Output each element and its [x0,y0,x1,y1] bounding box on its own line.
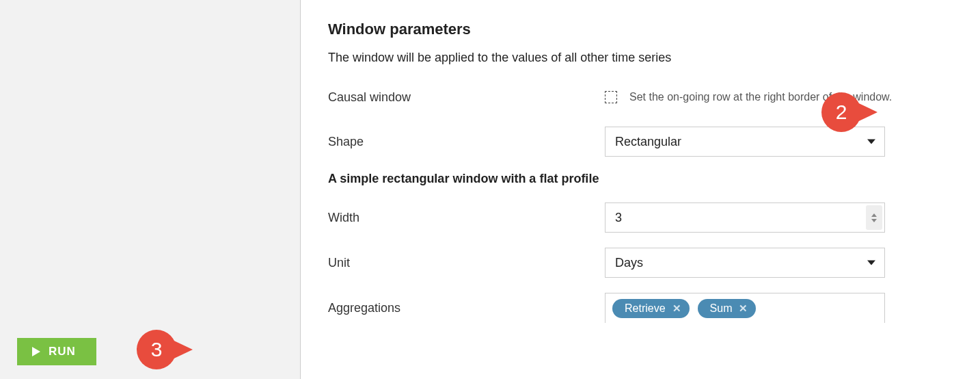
unit-row: Unit Days [328,248,953,278]
unit-select[interactable]: Days [605,248,885,278]
play-icon [32,347,40,356]
section-description: The window will be applied to the values… [328,51,953,65]
aggregation-tag-retrieve: Retrieve ✕ [612,299,690,318]
unit-value: Days [615,256,643,270]
shape-select[interactable]: Rectangular [605,127,885,157]
aggregations-input[interactable]: Retrieve ✕ Sum ✕ [605,293,885,323]
aggregations-row: Aggregations Retrieve ✕ Sum ✕ [328,293,953,323]
main-panel: Window parameters The window will be app… [301,0,980,379]
spinner-down-icon[interactable] [871,219,877,222]
shape-label: Shape [328,135,605,149]
shape-row: Shape Rectangular [328,127,953,157]
causal-window-label: Causal window [328,90,605,105]
shape-value: Rectangular [615,135,681,149]
width-input[interactable] [605,202,885,233]
width-label: Width [328,211,605,225]
width-input-wrap [605,202,885,233]
annotation-step-3: 3 [137,330,193,369]
causal-control: Set the on-going row at the right border… [605,91,892,103]
causal-help-text: Set the on-going row at the right border… [629,91,892,103]
run-label: RUN [49,345,76,358]
unit-label: Unit [328,256,605,270]
annotation-bubble: 3 [137,330,176,369]
causal-checkbox[interactable] [605,91,617,103]
spinner-up-icon[interactable] [871,213,877,217]
remove-tag-icon[interactable]: ✕ [672,302,681,315]
width-spinner [866,205,882,230]
aggregation-tag-sum: Sum ✕ [698,299,757,318]
remove-tag-icon[interactable]: ✕ [739,302,748,315]
tag-label: Sum [710,302,733,315]
chevron-down-icon [867,140,875,144]
shape-description: A simple rectangular window with a flat … [328,172,953,186]
tag-label: Retrieve [625,302,666,315]
aggregations-label: Aggregations [328,301,605,315]
width-row: Width [328,202,953,233]
annotation-tail [164,336,193,363]
sidebar: RUN 3 [0,0,301,379]
causal-window-row: Causal window Set the on-going row at th… [328,83,953,112]
run-button[interactable]: RUN [17,338,96,365]
section-title: Window parameters [328,21,953,38]
chevron-down-icon [867,261,875,265]
